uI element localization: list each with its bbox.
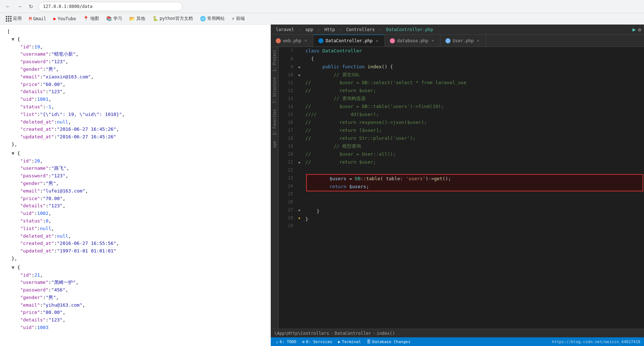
bookmark-youtube[interactable]: ▶ YouTube <box>51 15 79 22</box>
tab-database-close[interactable]: × <box>431 38 435 43</box>
code-area[interactable]: 7 8 9 10 11 12 13 14 15 16 17 18 19 20 2… <box>279 47 644 329</box>
ide-panel: laravel › app › Http › Controllers › Dat… <box>271 25 644 346</box>
settings-icon[interactable]: ⚙ <box>638 27 641 33</box>
bookmark-gmail-label: Gmail <box>33 16 46 21</box>
bookmark-gmail[interactable]: M Gmail <box>26 15 49 22</box>
tab-datacontroller-php[interactable]: DataController.php × <box>313 35 385 47</box>
gutter-20 <box>296 150 303 158</box>
tab-database-label: database.php <box>397 38 428 43</box>
youtube-icon: ▶ <box>53 16 56 21</box>
tab-web-php[interactable]: web.php × <box>271 35 313 47</box>
code-line-19: // 模型查询 <box>305 142 644 150</box>
topbar-http[interactable]: Http <box>322 26 337 33</box>
bottom-services[interactable]: ⚙ 8: Services <box>301 339 334 344</box>
tab-web-php-close[interactable]: × <box>304 38 308 43</box>
tab-datacontroller-close[interactable]: × <box>375 38 379 44</box>
study-icon: 📚 <box>106 16 112 21</box>
todo-icon: ⚠ <box>276 339 278 344</box>
gutter-21: ◆ <box>296 158 303 166</box>
gutter-7 <box>296 47 303 55</box>
code-line-7: class DataController <box>305 47 644 55</box>
gutter-11 <box>296 79 303 87</box>
topbar-app[interactable]: app <box>303 26 316 33</box>
ide-topbar: laravel › app › Http › Controllers › Dat… <box>271 25 644 35</box>
json-root-open: [ <box>7 29 10 34</box>
bookmark-common[interactable]: 🌐 常用网站 <box>197 14 227 23</box>
code-line-13: // 查询构造器 <box>305 95 644 103</box>
db-changes-icon: 🗄 <box>367 339 371 344</box>
main-area: [ ▼ { "id": 19, "username": "蜡笔小新", "pas… <box>0 25 644 346</box>
gutter-27: ◆ <box>296 206 303 214</box>
breadcrumb-method: index() <box>377 331 395 336</box>
bookmark-maps-label: 地图 <box>90 16 99 22</box>
code-line-25 <box>305 191 644 199</box>
maps-icon: 📍 <box>83 16 89 21</box>
code-line-10: // 原生SQL <box>305 71 644 79</box>
tab-user-php[interactable]: User.php × <box>440 35 486 47</box>
bookmark-study[interactable]: 📚 学习 <box>103 14 125 23</box>
refresh-button[interactable]: ↻ <box>27 2 35 11</box>
todo-label: 6: TODO <box>280 339 296 344</box>
topbar-laravel[interactable]: laravel <box>274 26 296 33</box>
code-line-26 <box>305 199 644 207</box>
gutter-13 <box>296 95 303 103</box>
json-record-1: ▼ { "id": 19, "username": "蜡笔小新", "passw… <box>7 36 264 148</box>
bookmark-python[interactable]: 🐍 python官方文档 <box>149 14 195 23</box>
bookmark-front[interactable]: ⚡ 前端 <box>229 14 248 23</box>
bookmark-study-label: 学习 <box>113 16 122 22</box>
project-label[interactable]: 1: Project <box>272 47 277 74</box>
forward-button[interactable]: → <box>15 2 24 11</box>
bookmark-python-label: python官方文档 <box>160 16 192 22</box>
bottom-todo[interactable]: ⚠ 6: TODO <box>274 339 298 344</box>
tab-user-label: User.php <box>453 38 474 43</box>
terminal-label: Terminal <box>342 339 361 344</box>
back-button[interactable]: ← <box>4 2 12 11</box>
topbar-file[interactable]: DataController.php <box>384 26 435 33</box>
address-bar[interactable]: 127.0.0.1:8000/data <box>38 2 183 11</box>
gutter-9: ◆ <box>296 63 303 71</box>
code-line-9: public function index() { <box>305 63 644 71</box>
bookmark-other[interactable]: 📂 其他 <box>126 14 148 23</box>
ide-main: 1: Project 7: Structure 2: Favorites npm… <box>271 47 644 329</box>
gutter-12 <box>296 87 303 95</box>
bottom-terminal[interactable]: ▶ Terminal <box>336 339 362 344</box>
browser-chrome: ← → ↻ 127.0.0.1:8000/data <box>0 0 644 13</box>
bookmark-apps-label: 应用 <box>13 16 22 22</box>
bottom-db-changes[interactable]: 🗄 Database Changes <box>365 339 412 344</box>
code-line-24: return $users; <box>307 183 643 191</box>
topbar-controllers[interactable]: Controllers <box>344 26 377 33</box>
other-icon: 📂 <box>129 16 135 21</box>
code-line-22 <box>305 166 644 174</box>
gutter-23 <box>296 174 303 182</box>
gutter: ◆ ◆ ◆ <box>296 47 303 329</box>
gutter-26 <box>296 198 303 206</box>
bookmark-apps[interactable]: 应用 <box>3 14 25 23</box>
json-viewer[interactable]: [ ▼ { "id": 19, "username": "蜡笔小新", "pas… <box>0 25 271 346</box>
services-icon: ⚙ <box>302 339 305 344</box>
url-text: 127.0.0.1:8000/data <box>43 4 92 9</box>
gutter-17 <box>296 126 303 134</box>
gutter-22 <box>296 166 303 174</box>
db-changes-label: Database Changes <box>372 339 410 344</box>
gutter-24 <box>296 182 303 190</box>
gutter-8 <box>296 55 303 63</box>
run-button[interactable]: ▶ <box>632 26 636 33</box>
code-line-18: // return Str::plural('user'); <box>305 134 644 142</box>
tab-user-close[interactable]: × <box>476 38 480 43</box>
bookmark-front-label: 前端 <box>236 16 245 22</box>
breadcrumb-path: \App\Http\Controllers <box>274 331 329 336</box>
code-line-29 <box>305 223 644 231</box>
npm-label[interactable]: npm <box>272 138 277 151</box>
code-line-27: } <box>305 207 644 215</box>
json-record-3: ▼ { "id": 21, "username": "黑崎一护", "passw… <box>7 264 264 332</box>
gutter-18 <box>296 134 303 142</box>
structure-label[interactable]: 7: Structure <box>272 74 277 106</box>
web-php-icon <box>276 38 281 43</box>
json-record-2: ▼ { "id": 20, "username": "路飞", "passwor… <box>7 150 264 263</box>
gutter-16 <box>296 118 303 126</box>
favorites-label[interactable]: 2: Favorites <box>272 106 277 138</box>
code-content[interactable]: class DataController { public function i… <box>303 47 644 329</box>
tab-database-php[interactable]: database.php × <box>385 35 440 47</box>
gutter-19 <box>296 142 303 150</box>
bookmark-maps[interactable]: 📍 地图 <box>80 14 102 23</box>
